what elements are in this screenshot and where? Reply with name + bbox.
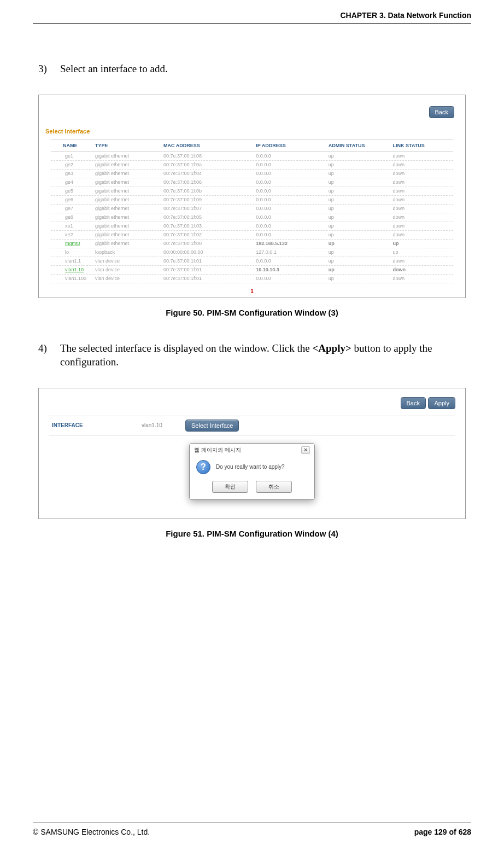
dialog-message: Do you really want to apply? [216, 464, 285, 470]
figure-50-caption: Figure 50. PIM-SM Configuration Window (… [38, 308, 466, 317]
apply-keyword: <Apply> [312, 342, 351, 354]
back-button[interactable]: Back [401, 397, 426, 409]
cell-name: ge5 [51, 188, 95, 194]
cell-admin: up [329, 162, 393, 167]
cell-ip: 0.0.0.0 [256, 276, 328, 281]
cell-link: down [393, 153, 453, 159]
cell-ip: 10.10.10.3 [256, 267, 328, 272]
step-3-number: 3) [38, 62, 60, 76]
cell-admin: up [329, 249, 393, 255]
interface-row: INTERFACE vlan1.10 Select Interface [49, 416, 455, 435]
cell-mac: 00:7e:37:00:1f:04 [163, 171, 256, 176]
table-row[interactable]: ge7gigabit ethernet00:7e:37:00:1f:070.0.… [51, 205, 453, 213]
cell-mac: 00:7e:37:00:1f:01 [163, 258, 256, 264]
cell-ip: 0.0.0.0 [256, 197, 328, 202]
table-page-indicator: 1 [39, 288, 465, 294]
table-header: NAME TYPE MAC ADDRESS IP ADDRESS ADMIN S… [51, 139, 453, 152]
table-row[interactable]: vlan1.1vlan device00:7e:37:00:1f:010.0.0… [51, 257, 453, 266]
step-4-text: The selected interface is displayed on t… [60, 341, 466, 369]
cell-type: gigabit ethernet [95, 223, 163, 229]
figure-51: Back Apply INTERFACE vlan1.10 Select Int… [38, 388, 466, 519]
cell-mac: 00:7e:37:00:1f:06 [163, 179, 256, 185]
cell-name: ge4 [51, 179, 95, 185]
cell-link: down [393, 171, 453, 176]
cell-name: ge3 [51, 171, 95, 176]
cell-ip: 0.0.0.0 [256, 162, 328, 167]
figure-50: Back Select Interface NAME TYPE MAC ADDR… [38, 95, 466, 298]
cell-name: vlan1.100 [51, 276, 95, 281]
cell-link: down [393, 276, 453, 281]
table-row[interactable]: ge4gigabit ethernet00:7e:37:00:1f:060.0.… [51, 178, 453, 187]
step-4-text-a: The selected interface is displayed on t… [60, 342, 312, 354]
cell-link: down [393, 258, 453, 264]
cell-admin: up [329, 179, 393, 185]
cell-name: mgmt0 [51, 241, 95, 246]
cell-mac: 00:7e:37:00:1f:02 [163, 232, 256, 237]
table-row[interactable]: loloopback00:00:00:00:00:00127.0.0.1upup [51, 248, 453, 257]
cell-mac: 00:7e:37:00:1f:09 [163, 197, 256, 202]
apply-button[interactable]: Apply [428, 397, 455, 409]
cell-name: ge1 [51, 153, 95, 159]
table-row[interactable]: mgmt0gigabit ethernet00:7e:37:00:1f:0019… [51, 240, 453, 248]
cell-name: vlan1.1 [51, 258, 95, 264]
col-ip: IP ADDRESS [256, 143, 328, 148]
cell-admin: up [329, 232, 393, 237]
cell-link: down [393, 162, 453, 167]
col-name: NAME [51, 143, 95, 148]
cell-ip: 0.0.0.0 [256, 179, 328, 185]
interface-label: INTERFACE [49, 422, 142, 428]
back-button[interactable]: Back [429, 106, 454, 118]
running-header: CHAPTER 3. Data Network Function [33, 11, 471, 24]
cell-type: gigabit ethernet [95, 153, 163, 159]
table-row[interactable]: ge3gigabit ethernet00:7e:37:00:1f:040.0.… [51, 170, 453, 178]
table-row[interactable]: ge5gigabit ethernet00:7e:37:00:1f:0b0.0.… [51, 187, 453, 196]
cell-type: gigabit ethernet [95, 206, 163, 211]
table-row[interactable]: ge1gigabit ethernet00:7e:37:00:1f:080.0.… [51, 152, 453, 161]
cell-mac: 00:7e:37:00:1f:07 [163, 206, 256, 211]
table-row[interactable]: xe1gigabit ethernet00:7e:37:00:1f:030.0.… [51, 222, 453, 231]
cell-ip: 127.0.0.1 [256, 249, 328, 255]
cell-admin: up [329, 188, 393, 194]
cell-ip: 0.0.0.0 [256, 206, 328, 211]
col-type: TYPE [95, 143, 163, 148]
step-3: 3) Select an interface to add. [38, 62, 466, 76]
cell-ip: 0.0.0.0 [256, 223, 328, 229]
cell-admin: up [329, 197, 393, 202]
cell-type: gigabit ethernet [95, 171, 163, 176]
cell-ip: 0.0.0.0 [256, 232, 328, 237]
cell-admin: up [329, 241, 393, 246]
close-icon[interactable]: ✕ [301, 446, 310, 454]
cell-link: down [393, 179, 453, 185]
dialog-cancel-button[interactable]: 취소 [256, 481, 292, 493]
cell-mac: 00:7e:37:00:1f:03 [163, 223, 256, 229]
cell-name: ge7 [51, 206, 95, 211]
cell-ip: 0.0.0.0 [256, 258, 328, 264]
select-interface-button[interactable]: Select Interface [185, 420, 239, 432]
page-footer: © SAMSUNG Electronics Co., Ltd. page 129… [33, 823, 471, 836]
table-row[interactable]: ge2gigabit ethernet00:7e:37:00:1f:0a0.0.… [51, 161, 453, 170]
cell-link: down [393, 188, 453, 194]
step-4-number: 4) [38, 341, 60, 369]
cell-ip: 0.0.0.0 [256, 214, 328, 220]
cell-admin: up [329, 214, 393, 220]
page-number: page 129 of 628 [414, 828, 471, 836]
cell-type: gigabit ethernet [95, 232, 163, 237]
cell-link: down [393, 206, 453, 211]
cell-ip: 0.0.0.0 [256, 188, 328, 194]
col-admin: ADMIN STATUS [329, 143, 393, 148]
cell-link: down [393, 197, 453, 202]
cell-name: lo [51, 249, 95, 255]
cell-type: vlan device [95, 258, 163, 264]
cell-name: vlan1.10 [51, 267, 95, 272]
table-row[interactable]: vlan1.10vlan device00:7e:37:00:1f:0110.1… [51, 266, 453, 275]
cell-admin: up [329, 206, 393, 211]
table-row[interactable]: vlan1.100vlan device00:7e:37:00:1f:010.0… [51, 275, 453, 283]
table-row[interactable]: ge6gigabit ethernet00:7e:37:00:1f:090.0.… [51, 196, 453, 205]
table-row[interactable]: ge8gigabit ethernet00:7e:37:00:1f:050.0.… [51, 213, 453, 222]
cell-name: ge6 [51, 197, 95, 202]
dialog-ok-button[interactable]: 확인 [212, 481, 248, 493]
cell-link: down [393, 267, 453, 272]
table-row[interactable]: xe2gigabit ethernet00:7e:37:00:1f:020.0.… [51, 231, 453, 240]
cell-admin: up [329, 171, 393, 176]
cell-name: ge8 [51, 214, 95, 220]
